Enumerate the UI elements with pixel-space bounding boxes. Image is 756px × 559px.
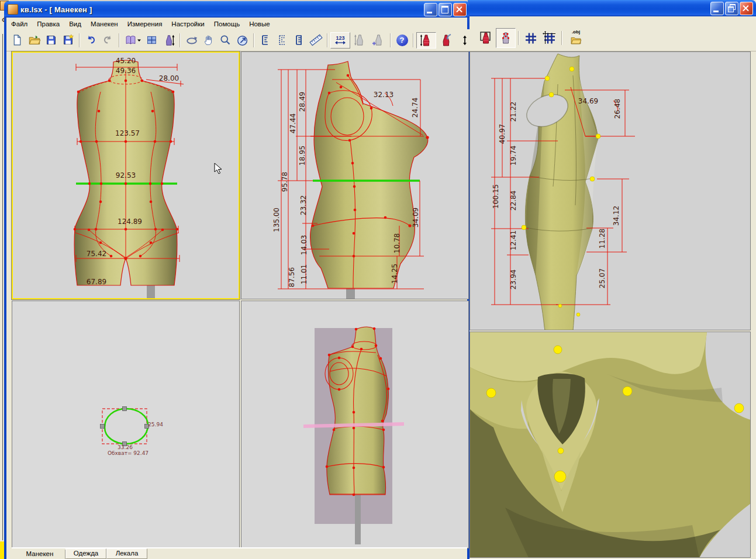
export-obj-button[interactable]: .obj: [565, 27, 587, 49]
quarter-canvas: [241, 301, 468, 548]
red-mannequin-arrow-icon: [439, 33, 453, 47]
tab-clothing[interactable]: Одежда: [65, 548, 106, 559]
zoom-button[interactable]: [217, 32, 234, 49]
mannequin-resize-button[interactable]: [350, 32, 369, 49]
control-points-button[interactable]: [496, 28, 516, 48]
minimize-button[interactable]: [424, 3, 437, 16]
grid-button[interactable]: [522, 28, 540, 48]
viewport-front[interactable]: 45.20 49.36 28.00 123.57 92.53 124.89 75…: [12, 51, 240, 299]
viewport-section[interactable]: 25.94 33.26 Обхват= 92.47: [12, 301, 240, 548]
main-titlebar[interactable]: кв.lsx - [ Манекен ]: [4, 1, 470, 18]
grid-icon: [524, 31, 538, 45]
show-measurements-button[interactable]: 123: [330, 32, 350, 49]
ruler-button[interactable]: [308, 32, 325, 49]
grid-arrows-icon: [543, 31, 557, 45]
hand-icon: [202, 34, 215, 46]
secondary-minimize-button[interactable]: [710, 2, 724, 15]
maximize-icon: [441, 6, 448, 13]
toolbar-separator: [413, 33, 414, 47]
mannequin-edit-mode-button[interactable]: [436, 32, 456, 49]
rotate-icon: [185, 34, 198, 47]
minimize-icon: [713, 11, 719, 12]
mannequin-add-button[interactable]: [369, 32, 388, 49]
toolbar-separator: [119, 33, 120, 47]
undo-button[interactable]: [82, 32, 99, 49]
toolbar-separator: [79, 33, 80, 47]
toolbar-separator: [327, 33, 328, 47]
red-mannequin-frame-icon: [479, 31, 493, 45]
book-icon: [125, 34, 137, 46]
secondary-close-button[interactable]: [740, 2, 753, 15]
redo-button[interactable]: [99, 32, 116, 49]
open-file-button[interactable]: [26, 32, 43, 49]
measure-123-label: 123: [336, 36, 344, 40]
circle-arrow-icon: [236, 34, 249, 47]
red-mannequin-measure-icon: [419, 33, 433, 47]
dotted-mannequin-icon: [499, 31, 513, 45]
side-canvas: [241, 52, 468, 299]
tab-patterns[interactable]: Лекала: [106, 548, 147, 559]
pan-button[interactable]: [200, 32, 217, 49]
close-button[interactable]: [453, 3, 467, 16]
save-button[interactable]: [43, 32, 60, 49]
mouse-cursor: [214, 163, 225, 175]
secondary-titlebar[interactable]: [468, 0, 756, 16]
measure-dashed-icon: [276, 34, 288, 46]
width-arrow-icon: [335, 40, 346, 45]
fitted-garment-button[interactable]: [476, 28, 496, 48]
menu-view[interactable]: Вид: [64, 19, 86, 29]
redo-icon: [102, 34, 114, 46]
menu-settings[interactable]: Настройки: [167, 19, 209, 29]
undo-icon: [85, 34, 97, 46]
tab-mannequin[interactable]: Манекен: [15, 550, 65, 559]
rotate-object-button[interactable]: [234, 32, 251, 49]
mannequin-height-icon: [163, 34, 175, 47]
new-file-button[interactable]: [9, 32, 26, 49]
open-folder-icon: [28, 34, 41, 47]
save-as-button[interactable]: [60, 32, 77, 49]
help-button[interactable]: ?: [393, 32, 410, 49]
help-icon: ?: [396, 34, 408, 46]
grid-size-button[interactable]: [540, 28, 559, 48]
measure-double-button[interactable]: [291, 32, 308, 49]
menu-file[interactable]: Файл: [6, 19, 32, 29]
viewport-3d-closeup[interactable]: [470, 332, 751, 558]
toolbar-separator: [561, 31, 562, 45]
app-icon: [8, 4, 18, 15]
maximize-button[interactable]: [439, 3, 452, 16]
menu-measurements[interactable]: Измерения: [123, 19, 167, 29]
menu-mannequin[interactable]: Манекен: [86, 19, 123, 29]
measure-dashed-button[interactable]: [274, 32, 291, 49]
toolbar-separator: [390, 33, 391, 47]
layout-icon: [146, 34, 158, 46]
stand-pole: [355, 495, 361, 544]
viewport-side[interactable]: 28.49 47.44 18.95 95.78 135.00 23.32 14.…: [241, 51, 469, 299]
minimize-icon: [427, 12, 432, 13]
height-measure-button[interactable]: [456, 32, 473, 49]
desktop: Ф .obj: [0, 0, 756, 559]
menu-new[interactable]: Новые: [244, 19, 274, 29]
background-window-border: [2, 34, 3, 540]
toolbar-separator: [179, 33, 181, 47]
front-canvas: [13, 53, 239, 298]
obj-label: .obj: [572, 30, 580, 34]
measure-double-icon: [293, 34, 305, 46]
viewport-quarter[interactable]: [241, 301, 469, 548]
measure-vertical-button[interactable]: [257, 32, 274, 49]
main-window: кв.lsx - [ Манекен ] Файл Правка Вид Ман…: [4, 1, 470, 559]
mannequin-size-button[interactable]: [160, 32, 177, 49]
rotate-view-button[interactable]: [183, 32, 200, 49]
mannequin-plus-icon: [372, 33, 385, 47]
menu-edit[interactable]: Правка: [32, 19, 64, 29]
secondary-window: .obj: [468, 0, 756, 559]
magnifier-icon: [219, 34, 232, 46]
secondary-toolbar: .obj: [468, 25, 756, 51]
viewport-3d-side[interactable]: 21.22 40.97 19.74 100.15 22.84 12.41 23.…: [470, 51, 751, 330]
mannequin-measure-mode-button[interactable]: [416, 32, 436, 49]
obj-folder-icon: [569, 34, 582, 46]
secondary-restore-button[interactable]: [725, 2, 738, 15]
viewport-layout-button[interactable]: [143, 32, 160, 49]
selection-box: [102, 409, 147, 444]
measurement-book-button[interactable]: [122, 32, 143, 49]
menu-help[interactable]: Помощь: [209, 19, 244, 29]
